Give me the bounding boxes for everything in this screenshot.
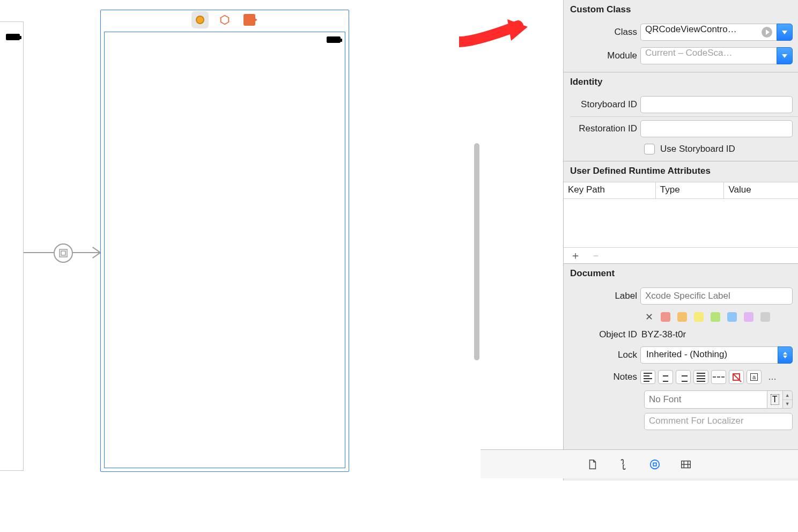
section-title: User Defined Runtime Attributes (564, 161, 798, 182)
class-label: Class (564, 27, 640, 38)
storyboard-canvas[interactable] (0, 0, 563, 481)
color-swatch-red[interactable] (661, 312, 670, 322)
file-inspector-tab-icon[interactable] (586, 458, 599, 471)
doc-label-label: Label (564, 291, 640, 301)
identity-inspector-tab-icon[interactable] (648, 458, 661, 471)
runtime-table-body[interactable] (564, 199, 798, 247)
col-type[interactable]: Type (656, 182, 725, 198)
color-swatch-blue[interactable] (727, 312, 737, 322)
annotation-arrow (459, 15, 529, 47)
segue-kind-icon (54, 243, 73, 263)
svg-point-2 (651, 460, 660, 469)
battery-icon (6, 34, 20, 40)
lock-label: Lock (564, 350, 640, 360)
object-id-value: BYZ-38-t0r (640, 329, 686, 340)
font-picker-icon[interactable]: T (767, 390, 783, 409)
module-combobox[interactable]: Current – CodeSca… (640, 47, 777, 64)
font-stepper[interactable]: ▲▼ (783, 390, 793, 409)
runtime-table-header: Key Path Type Value (564, 182, 798, 199)
remove-attribute-button[interactable]: － (590, 248, 601, 263)
class-combobox[interactable]: QRCodeViewContro… (640, 24, 777, 41)
doc-label-input[interactable] (640, 287, 793, 305)
svg-rect-0 (60, 249, 67, 257)
svg-rect-3 (653, 463, 656, 466)
notes-none-icon[interactable] (729, 370, 744, 384)
notes-more-button[interactable]: … (764, 370, 779, 384)
module-label: Module (564, 50, 640, 61)
scene-dock (191, 11, 258, 28)
svg-rect-1 (61, 251, 65, 255)
align-right-icon[interactable] (676, 370, 691, 384)
section-title: Document (564, 264, 798, 284)
align-left-icon[interactable] (640, 370, 655, 384)
color-swatch-green[interactable] (711, 312, 720, 322)
section-title: Identity (564, 72, 798, 93)
storyboard-id-input[interactable] (640, 96, 793, 113)
restoration-id-input[interactable] (640, 120, 793, 137)
section-custom-class: Custom Class Class QRCodeViewContro… Mod… (564, 0, 798, 72)
color-swatch-purple[interactable] (744, 312, 753, 322)
quick-help-tab-icon[interactable] (617, 458, 630, 471)
section-document: Document Label ✕ Object ID BYZ-38-t0r L (564, 264, 798, 430)
inspector-tab-bar (481, 449, 798, 478)
scrollbar[interactable] (474, 0, 482, 481)
use-storyboard-id-label: Use Storyboard ID (660, 144, 735, 154)
object-id-label: Object ID (564, 329, 640, 340)
notes-label: Notes (564, 372, 640, 382)
color-swatch-yellow[interactable] (694, 312, 704, 322)
first-responder-icon[interactable] (216, 11, 233, 28)
restoration-id-label: Restoration ID (564, 123, 640, 134)
color-swatch-gray[interactable] (760, 312, 770, 322)
color-swatch-orange[interactable] (677, 312, 687, 322)
battery-icon (327, 36, 341, 43)
attributes-inspector-tab-icon[interactable] (679, 458, 692, 471)
notes-text-icon[interactable]: a (747, 370, 762, 384)
use-storyboard-id-checkbox[interactable] (644, 144, 655, 154)
exit-icon[interactable] (241, 11, 258, 28)
jump-to-class-icon[interactable] (762, 27, 772, 38)
color-swatch-row: ✕ (564, 308, 798, 326)
lock-select[interactable]: Inherited - (Nothing) (640, 346, 778, 364)
col-keypath[interactable]: Key Path (564, 182, 656, 198)
root-view[interactable] (104, 32, 345, 468)
lock-select-arrows-icon[interactable] (778, 346, 793, 364)
align-justify-icon[interactable] (693, 370, 708, 384)
notes-separator-icon[interactable] (711, 370, 726, 384)
segue-arrow[interactable] (24, 243, 100, 262)
section-identity: Identity Storyboard ID Restoration ID Us… (564, 72, 798, 161)
viewcontroller-icon[interactable] (191, 11, 209, 28)
color-clear-icon[interactable]: ✕ (644, 311, 654, 323)
section-title: Custom Class (564, 0, 798, 20)
localizer-comment-input[interactable]: Comment For Localizer (644, 413, 793, 430)
font-input[interactable] (644, 390, 767, 409)
scene-previous[interactable] (0, 21, 24, 471)
module-dropdown-icon[interactable] (777, 47, 793, 64)
identity-inspector: Custom Class Class QRCodeViewContro… Mod… (563, 0, 798, 481)
scene-selected[interactable] (100, 10, 349, 472)
add-attribute-button[interactable]: ＋ (570, 248, 581, 263)
class-dropdown-icon[interactable] (777, 24, 793, 41)
storyboard-id-label: Storyboard ID (564, 99, 640, 110)
section-runtime-attributes: User Defined Runtime Attributes Key Path… (564, 161, 798, 264)
col-value[interactable]: Value (724, 182, 798, 198)
align-center-icon[interactable] (658, 370, 673, 384)
